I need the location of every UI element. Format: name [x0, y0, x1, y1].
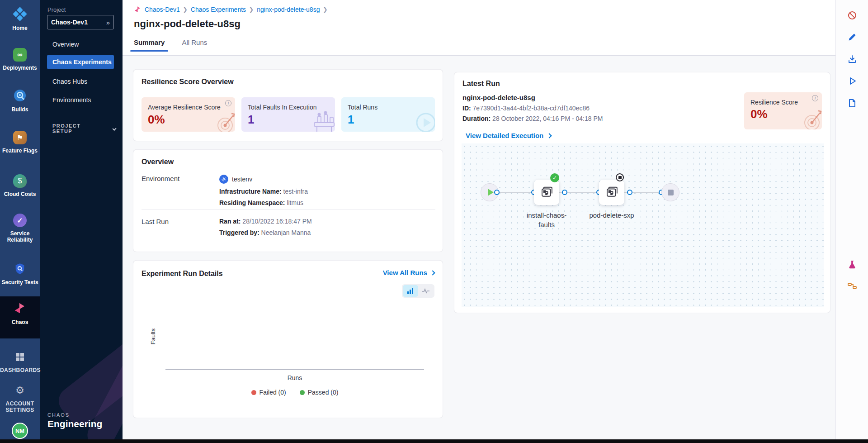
run-experiment-icon[interactable]	[847, 76, 857, 86]
dashboards-icon	[12, 349, 28, 365]
info-icon[interactable]: i	[812, 95, 818, 101]
pipeline-canvas[interactable]: ✓ install-chaos-fau	[462, 143, 824, 307]
experiment-manifest-icon[interactable]	[847, 98, 857, 108]
triggered-by-value: Neelanjan Manna	[261, 229, 311, 236]
section-title: Overview	[142, 158, 174, 166]
project-setup-label: PROJECT SETUP	[52, 123, 98, 134]
pipeline-end-node[interactable]	[661, 183, 679, 201]
legend-failed[interactable]: Failed (0)	[251, 389, 286, 396]
run-duration-value: 28 October 2022, 04:16 PM - 04:18 PM	[492, 115, 603, 122]
harness-home-icon	[12, 6, 28, 22]
ran-at-value: 28/10/2022 16:18:47 PM	[242, 218, 311, 225]
sidebar-item-chaos-experiments[interactable]: Chaos Experiments	[47, 55, 114, 69]
service-reliability-icon: ✓	[12, 213, 28, 228]
play-decoration-icon	[412, 109, 435, 132]
sidebar-item-label: Chaos Hubs	[52, 78, 87, 85]
page-title: nginx-pod-delete-u8sg	[134, 18, 241, 30]
target-decoration-icon	[212, 110, 235, 132]
rail-label: Feature Flags	[0, 148, 40, 154]
brand-engineering-label: Engineering	[47, 419, 102, 429]
breadcrumb-link-experiment[interactable]: nginx-pod-delete-u8sg	[257, 6, 320, 13]
rail-item-deployments[interactable]: ∞ Deployments	[0, 47, 40, 71]
breadcrumb-separator: ❯	[183, 6, 188, 13]
project-label: Project	[47, 6, 66, 13]
node-label: install-chaos-faults	[519, 210, 574, 229]
breadcrumb-link-experiments[interactable]: Chaos Experiments	[191, 6, 246, 13]
target-decoration-icon	[798, 107, 822, 129]
latest-run-name: nginx-pod-delete-u8sg	[462, 94, 535, 101]
brand-block: CHAOS Engineering	[47, 412, 102, 429]
experiment-actions-rail	[835, 0, 868, 439]
expand-icon[interactable]: »	[106, 19, 110, 26]
run-id-value: 7e7390d1-3a44-4bf2-b38a-cd7df140ec86	[473, 105, 590, 112]
project-selector[interactable]: Chaos-Dev1 »	[47, 15, 114, 29]
view-all-runs-link[interactable]: View All Runs	[383, 269, 434, 276]
deployments-icon: ∞	[12, 47, 28, 62]
pipeline-node-install-chaos-faults[interactable]	[534, 180, 559, 205]
rail-item-home[interactable]: Home	[0, 6, 40, 31]
pipeline-connector-line	[490, 192, 670, 193]
chart-type-toggle	[402, 284, 434, 298]
info-icon[interactable]: i	[225, 100, 231, 106]
chart-y-axis-label: Faults	[150, 329, 156, 344]
connector-port[interactable]	[494, 190, 500, 195]
rail-item-dashboards[interactable]: DASHBOARDS	[0, 349, 40, 373]
feature-flags-icon: ⚑	[12, 130, 28, 145]
tab-summary[interactable]: Summary	[134, 38, 165, 52]
environment-label: Environment	[142, 175, 219, 210]
avatar[interactable]: NM	[12, 423, 28, 439]
edit-experiment-icon[interactable]	[847, 32, 857, 42]
chart-x-axis	[165, 369, 424, 370]
rail-item-service-reliability[interactable]: ✓ Service Reliability	[0, 213, 40, 243]
chaos-faults-flask-icon[interactable]	[847, 260, 857, 270]
total-runs-tile: Total Runs 1	[341, 97, 435, 132]
sidebar-item-chaos-hubs[interactable]: Chaos Hubs	[47, 74, 114, 89]
play-icon	[488, 189, 494, 196]
rail-label: Deployments	[0, 65, 40, 71]
rail-item-feature-flags[interactable]: ⚑ Feature Flags	[0, 130, 40, 154]
rail-item-security-tests[interactable]: Security Tests	[0, 261, 40, 286]
connector-port[interactable]	[562, 190, 567, 195]
environment-row: Environment testenv Infrastructure Name:…	[142, 175, 308, 210]
rail-item-chaos[interactable]: Chaos	[0, 300, 40, 325]
view-detailed-execution-link[interactable]: View Detailed Execution	[466, 132, 551, 139]
legend-passed-label: Passed (0)	[308, 389, 339, 396]
section-title: Resilience Score Overview	[142, 78, 234, 86]
pipeline-node-pod-delete[interactable]	[599, 180, 624, 205]
project-setup-toggle[interactable]: PROJECT SETUP	[52, 123, 116, 134]
rail-item-cloud-costs[interactable]: $ Cloud Costs	[0, 173, 40, 197]
breadcrumb-link-project[interactable]: Chaos-Dev1	[145, 6, 180, 13]
view-all-runs-label: View All Runs	[383, 269, 427, 276]
chevron-down-icon	[112, 126, 117, 131]
pipeline-view-icon[interactable]	[847, 281, 857, 291]
bar-chart-toggle-button[interactable]	[403, 285, 418, 297]
sidebar-item-environments[interactable]: Environments	[47, 93, 114, 107]
rail-item-builds[interactable]: Builds	[0, 88, 40, 113]
legend-passed[interactable]: Passed (0)	[300, 389, 339, 396]
breadcrumb-separator: ❯	[323, 6, 327, 13]
environment-name[interactable]: testenv	[232, 176, 252, 183]
legend-failed-label: Failed (0)	[259, 389, 286, 396]
chaos-experiment-page: Home ∞ Deployments Builds ⚑ Feature Flag…	[0, 0, 868, 443]
disable-experiment-icon[interactable]	[847, 10, 857, 20]
stat-label: Total Faults In Execution	[248, 104, 329, 111]
rail-label: Home	[0, 25, 40, 31]
latest-run-card: Latest Run nginx-pod-delete-u8sg ID: 7e7…	[454, 72, 830, 313]
builds-icon	[12, 88, 28, 103]
rail-label: DASHBOARDS	[0, 367, 40, 373]
download-manifest-icon[interactable]	[847, 54, 857, 64]
rail-item-account-settings[interactable]: ⚙ ACCOUNT SETTINGS	[0, 383, 40, 413]
sidebar-item-overview[interactable]: Overview	[47, 37, 114, 52]
resilience-score-tile: i Resilience Score 0%	[744, 92, 822, 129]
rail-label: Security Tests	[0, 279, 40, 286]
chaos-icon	[12, 300, 28, 316]
window-edge-bar	[0, 439, 868, 443]
chevron-right-icon	[547, 133, 552, 138]
rail-label: ACCOUNT SETTINGS	[0, 400, 40, 413]
tab-all-runs[interactable]: All Runs	[182, 38, 207, 52]
connector-port[interactable]	[627, 190, 632, 195]
line-chart-toggle-button[interactable]	[418, 285, 434, 297]
section-title: Latest Run	[462, 80, 500, 88]
security-tests-icon	[12, 261, 28, 276]
infra-label: Infrastructure Name:	[219, 188, 282, 195]
